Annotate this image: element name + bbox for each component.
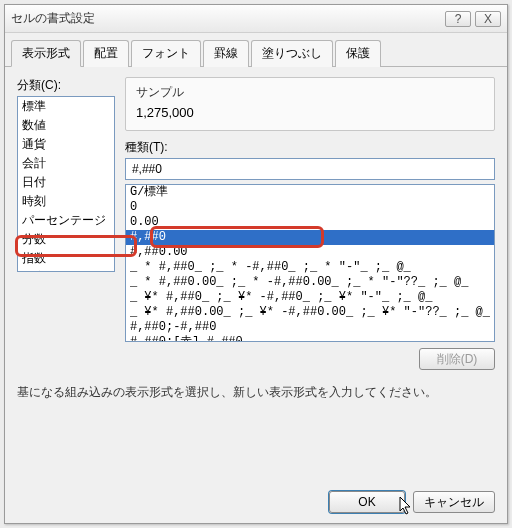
close-button[interactable]: X [475, 11, 501, 27]
tab-protection[interactable]: 保護 [335, 40, 381, 67]
list-item[interactable]: G/標準 [126, 185, 494, 200]
list-item[interactable]: 文字列 [18, 268, 114, 272]
tab-content: 分類(C): 標準 数値 通貨 会計 日付 時刻 パーセンテージ 分数 指数 文… [5, 67, 507, 411]
sample-value: 1,275,000 [136, 105, 484, 120]
list-item[interactable]: 通貨 [18, 135, 114, 154]
dialog-footer: OK キャンセル [329, 491, 495, 513]
list-item[interactable]: _ * #,##0.00_ ;_ * -#,##0.00_ ;_ * "-"??… [126, 275, 494, 290]
list-item[interactable]: #,##0.00 [126, 245, 494, 260]
list-item[interactable]: #,##0 [126, 230, 494, 245]
list-item[interactable]: #,##0;-#,##0 [126, 320, 494, 335]
tab-font[interactable]: フォント [131, 40, 201, 67]
list-item[interactable]: 標準 [18, 97, 114, 116]
list-item[interactable]: 会計 [18, 154, 114, 173]
list-item[interactable]: 日付 [18, 173, 114, 192]
help-button[interactable]: ? [445, 11, 471, 27]
sample-panel: サンプル 1,275,000 [125, 77, 495, 131]
close-icon: X [484, 12, 492, 26]
category-label: 分類(C): [17, 77, 115, 94]
help-icon: ? [455, 12, 462, 26]
list-item[interactable]: 時刻 [18, 192, 114, 211]
delete-button: 削除(D) [419, 348, 495, 370]
tab-border[interactable]: 罫線 [203, 40, 249, 67]
ok-button[interactable]: OK [329, 491, 405, 513]
type-label: 種類(T): [125, 139, 495, 156]
list-item[interactable]: 指数 [18, 249, 114, 268]
sample-label: サンプル [136, 84, 484, 101]
instruction-text: 基になる組み込みの表示形式を選択し、新しい表示形式を入力してください。 [17, 384, 495, 401]
list-item[interactable]: _ ¥* #,##0_ ;_ ¥* -#,##0_ ;_ ¥* "-"_ ;_ … [126, 290, 494, 305]
type-listbox[interactable]: G/標準 0 0.00 #,##0 #,##0.00 _ * #,##0_ ;_… [125, 184, 495, 342]
list-item[interactable]: _ * #,##0_ ;_ * -#,##0_ ;_ * "-"_ ;_ @_ [126, 260, 494, 275]
tab-strip: 表示形式 配置 フォント 罫線 塗りつぶし 保護 [5, 33, 507, 67]
list-item[interactable]: 0.00 [126, 215, 494, 230]
list-item[interactable]: _ ¥* #,##0.00_ ;_ ¥* -#,##0.00_ ;_ ¥* "-… [126, 305, 494, 320]
list-item[interactable]: 0 [126, 200, 494, 215]
list-item[interactable]: パーセンテージ [18, 211, 114, 230]
titlebar: セルの書式設定 ? X [5, 5, 507, 33]
dialog-title: セルの書式設定 [11, 10, 441, 27]
cancel-button[interactable]: キャンセル [413, 491, 495, 513]
tab-number-format[interactable]: 表示形式 [11, 40, 81, 67]
tab-fill[interactable]: 塗りつぶし [251, 40, 333, 67]
list-item[interactable]: 数値 [18, 116, 114, 135]
tab-alignment[interactable]: 配置 [83, 40, 129, 67]
category-listbox[interactable]: 標準 数値 通貨 会計 日付 時刻 パーセンテージ 分数 指数 文字列 その他 … [17, 96, 115, 272]
list-item[interactable]: 分数 [18, 230, 114, 249]
format-cells-dialog: セルの書式設定 ? X 表示形式 配置 フォント 罫線 塗りつぶし 保護 分類(… [4, 4, 508, 524]
list-item[interactable]: #,##0;[赤]-#,##0 [126, 335, 494, 342]
type-input[interactable] [125, 158, 495, 180]
